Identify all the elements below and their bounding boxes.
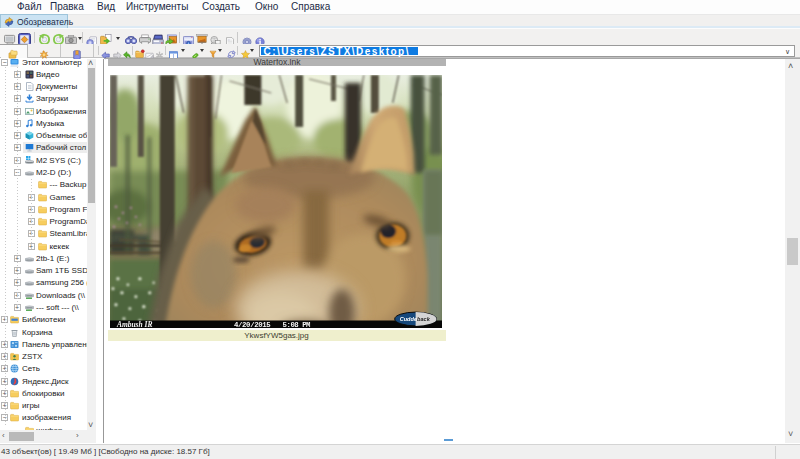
svg-text:4/20/2015: 4/20/2015	[233, 320, 270, 328]
svg-text:5:08 PM: 5:08 PM	[282, 320, 310, 328]
svg-text:Cudde: Cudde	[399, 316, 416, 322]
svg-text:Ambush IR: Ambush IR	[115, 320, 151, 329]
svg-text:back: back	[417, 316, 431, 322]
